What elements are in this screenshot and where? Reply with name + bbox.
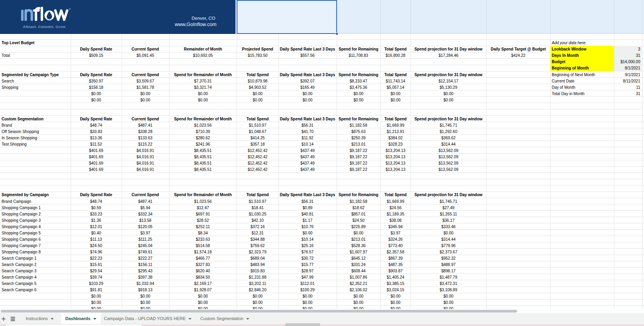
svg-text:*: *	[69, 7, 71, 11]
